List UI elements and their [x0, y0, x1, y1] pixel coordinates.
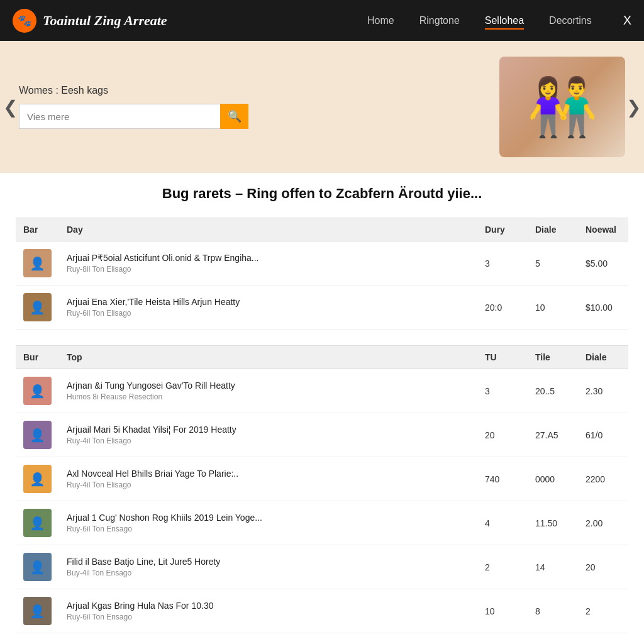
table-row: 👤 Arjual 1 Cug' Noshon Rog Khiils 2019 L…	[16, 501, 628, 545]
row-avatar-cell: 👤	[16, 457, 59, 501]
row-title-cell: Arjual Kgas Bring Hula Nas For 10.30 Ruy…	[59, 589, 477, 633]
row-col3: 740	[477, 457, 528, 501]
banner-content: Womes : Eesh kags 🔍	[19, 85, 499, 129]
item-title: Arjuai Ena Xier,'Tile Heista Hills Arjun…	[67, 297, 470, 307]
table-row: 👤 Arjuail Mari 5i Khadat Yilsi¦ For 2019…	[16, 413, 628, 457]
table1-col-bar: Bar	[16, 218, 59, 242]
row-col4: 27.A5	[528, 413, 578, 457]
avatar: 👤	[23, 553, 52, 581]
row-col5: 2.30	[578, 369, 628, 413]
banner-next-arrow[interactable]: ❯	[626, 97, 641, 118]
paw-icon: 🐾	[18, 14, 31, 28]
row-avatar-cell: 👤	[16, 369, 59, 413]
logo-icon: 🐾	[13, 9, 36, 33]
header: 🐾 Toaintul Zing Arreate Home Ringtone Se…	[0, 0, 644, 41]
banner-image: 👫	[499, 57, 625, 157]
avatar: 👤	[23, 377, 52, 405]
table-row: 👤 Arjuai P₹5oial Asticifunt Oli.onid & T…	[16, 242, 628, 286]
row-col4: 5	[528, 242, 578, 286]
avatar: 👤	[23, 509, 52, 537]
row-title-cell: Filid il Base Batjo Line, Lit Jure5 Hore…	[59, 545, 477, 589]
table2-col-diale: Diale	[578, 346, 628, 369]
logo-text: Toaintul Zing Arreate	[43, 13, 167, 29]
search-input[interactable]	[19, 104, 220, 129]
row-col4: 20..5	[528, 369, 578, 413]
row-avatar-cell: 👤	[16, 286, 59, 330]
nav-ringtone[interactable]: Ringtone	[419, 12, 460, 30]
banner: ❮ Womes : Eesh kags 🔍 👫 ❯	[0, 41, 644, 173]
main-nav: Home Ringtone Sellohea Decortins X	[367, 12, 631, 30]
row-col4: 0000	[528, 457, 578, 501]
logo-area: 🐾 Toaintul Zing Arreate	[13, 9, 167, 33]
main-content: Bug rarets – Ring offen to Zcabfern Ärou…	[0, 173, 644, 644]
banner-label: Womes : Eesh kags	[19, 85, 499, 96]
row-col3: 3	[477, 242, 528, 286]
row-col5: 20	[578, 545, 628, 589]
table2-col-tile: Tile	[528, 346, 578, 369]
item-title: Arjuai P₹5oial Asticifunt Oli.onid & Trp…	[67, 253, 470, 263]
table1-col-dury: Dury	[477, 218, 528, 242]
row-title-cell: Axl Novceal Hel Bhills Briai Yage To Pla…	[59, 457, 477, 501]
row-col3: 2	[477, 545, 528, 589]
item-subtitle: Buy-4il Ton Ensago	[67, 569, 470, 577]
item-subtitle: Ruy-6il Ton Ensago	[67, 613, 470, 621]
table2-header-row: Bur Top TU Tile Diale	[16, 346, 628, 369]
row-col3: 3	[477, 369, 528, 413]
people-illustration: 👫	[527, 74, 597, 140]
row-avatar-cell: 👤	[16, 413, 59, 457]
avatar: 👤	[23, 293, 52, 321]
page-title: Bug rarets – Ring offen to Zcabfern Ärou…	[16, 186, 628, 202]
item-title: Arjual Kgas Bring Hula Nas For 10.30	[67, 601, 470, 611]
table-row: 👤 Filid il Base Batjo Line, Lit Jure5 Ho…	[16, 545, 628, 589]
item-subtitle: Humos 8i Reause Resection	[67, 392, 470, 401]
row-col5: 61/0	[578, 413, 628, 457]
item-title: Arjuail Mari 5i Khadat Yilsi¦ For 2019 H…	[67, 425, 470, 435]
row-col3: 10	[477, 589, 528, 633]
table-1: Bar Day Dury Diale Noewal 👤 Arjuai P₹5oi…	[16, 218, 628, 330]
row-col3: 20	[477, 413, 528, 457]
row-col5: $5.00	[578, 242, 628, 286]
row-col5: 2200	[578, 457, 628, 501]
item-subtitle: Ruy-8il Ton Elisago	[67, 265, 470, 274]
avatar: 👤	[23, 249, 52, 277]
search-icon: 🔍	[228, 109, 242, 123]
row-col3: 4	[477, 501, 528, 545]
nav-decortins[interactable]: Decortins	[549, 12, 592, 30]
row-title-cell: Arjuail Mari 5i Khadat Yilsi¦ For 2019 H…	[59, 413, 477, 457]
row-avatar-cell: 👤	[16, 589, 59, 633]
row-col4: 8	[528, 589, 578, 633]
row-col4: 10	[528, 286, 578, 330]
banner-prev-arrow[interactable]: ❮	[3, 97, 18, 118]
table-row: 👤 Arjnan &i Tung Yungosei Gav'To Rill He…	[16, 369, 628, 413]
row-title-cell: Arjnan &i Tung Yungosei Gav'To Rill Heat…	[59, 369, 477, 413]
nav-sellohea[interactable]: Sellohea	[485, 12, 524, 30]
close-button[interactable]: X	[623, 13, 631, 28]
row-avatar-cell: 👤	[16, 545, 59, 589]
item-subtitle: Ruy-4il Ton Elisago	[67, 436, 470, 445]
item-title: Axl Novceal Hel Bhills Briai Yage To Pla…	[67, 469, 470, 479]
avatar: 👤	[23, 597, 52, 625]
item-title: Arjnan &i Tung Yungosei Gav'To Rill Heat…	[67, 380, 470, 391]
table-2: Bur Top TU Tile Diale 👤 Arjnan &i Tung Y…	[16, 345, 628, 633]
nav-home[interactable]: Home	[367, 12, 394, 30]
row-col5: 2	[578, 589, 628, 633]
search-button[interactable]: 🔍	[220, 104, 248, 129]
row-col5: 2.00	[578, 501, 628, 545]
table1-col-diale: Diale	[528, 218, 578, 242]
row-title-cell: Arjual 1 Cug' Noshon Rog Khiils 2019 Lei…	[59, 501, 477, 545]
table2-col-tu: TU	[477, 346, 528, 369]
row-avatar-cell: 👤	[16, 501, 59, 545]
row-col5: $10.00	[578, 286, 628, 330]
item-title: Arjual 1 Cug' Noshon Rog Khiils 2019 Lei…	[67, 513, 470, 523]
search-bar: 🔍	[19, 104, 499, 129]
row-col4: 14	[528, 545, 578, 589]
row-title-cell: Arjuai Ena Xier,'Tile Heista Hills Arjun…	[59, 286, 477, 330]
table1-col-day: Day	[59, 218, 477, 242]
table-row: 👤 Axl Novceal Hel Bhills Briai Yage To P…	[16, 457, 628, 501]
item-subtitle: Ruy-6il Ton Ensago	[67, 525, 470, 533]
table2-col-bur: Bur	[16, 346, 59, 369]
avatar: 👤	[23, 465, 52, 493]
table1-header-row: Bar Day Dury Diale Noewal	[16, 218, 628, 242]
row-col3: 20:0	[477, 286, 528, 330]
row-avatar-cell: 👤	[16, 242, 59, 286]
